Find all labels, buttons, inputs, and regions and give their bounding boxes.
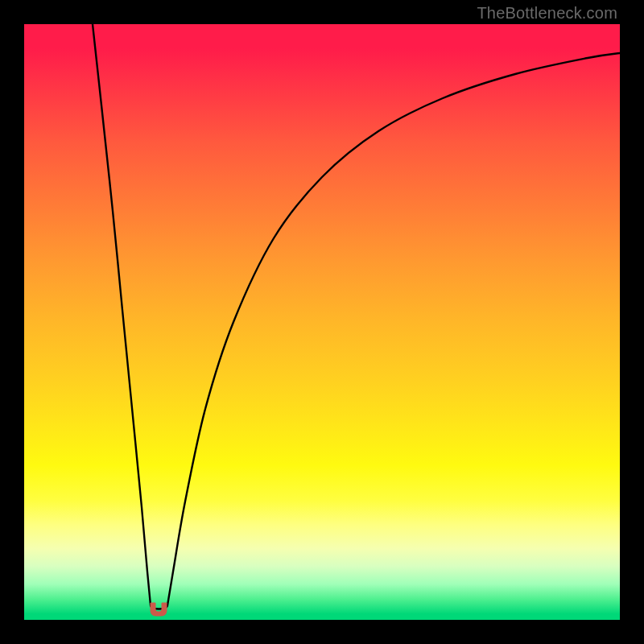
bottleneck-curve — [93, 24, 620, 609]
curve-layer — [24, 24, 620, 620]
chart-frame: TheBottleneck.com — [0, 0, 644, 644]
watermark-text: TheBottleneck.com — [477, 4, 617, 23]
plot-area — [24, 24, 620, 620]
